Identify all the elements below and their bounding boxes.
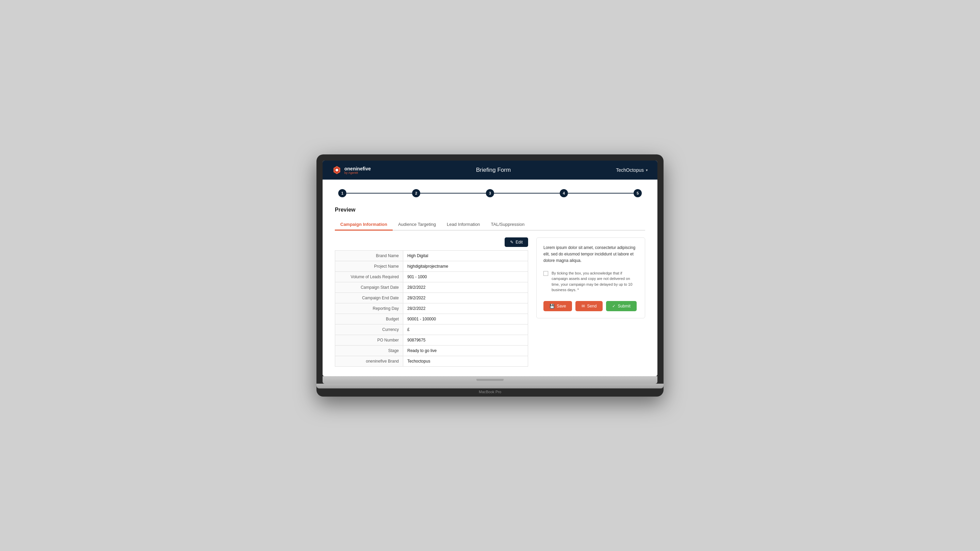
main-content: 1 2 3 4 5 Preview Campaign Information A… (323, 179, 657, 376)
edit-icon: ✎ (510, 240, 514, 245)
page-title: Briefing Form (476, 167, 511, 173)
laptop-frame: oneninefive by Agent8 Briefing Form Tech… (317, 154, 663, 397)
row-label-5: Reporting Day (335, 303, 403, 314)
row-label-1: Project Name (335, 261, 403, 272)
table-row: oneninefive Brand Techoctopus (335, 356, 528, 367)
submit-button[interactable]: ✓ Submit (606, 301, 636, 311)
content-columns: ✎ Edit Brand Name High Digital Project N… (335, 237, 645, 367)
user-menu[interactable]: TechOctopus ▾ (616, 167, 648, 173)
row-value-5: 28/2/2022 (403, 303, 528, 314)
laptop-screen: oneninefive by Agent8 Briefing Form Tech… (323, 160, 657, 376)
table-row: Currency £ (335, 324, 528, 335)
send-label: Send (587, 304, 597, 308)
step-5[interactable]: 5 (633, 189, 642, 197)
row-label-8: PO Number (335, 335, 403, 346)
row-label-10: oneninefive Brand (335, 356, 403, 367)
edit-label: Edit (515, 240, 523, 245)
campaign-info-table: Brand Name High Digital Project Name hig… (335, 250, 528, 367)
right-panel: Lorem ipsum dolor sit amet, consectetur … (536, 237, 645, 318)
table-row: Campaign End Date 28/2/2022 (335, 293, 528, 303)
edit-button[interactable]: ✎ Edit (504, 237, 528, 247)
row-label-4: Campaign End Date (335, 293, 403, 303)
row-label-9: Stage (335, 346, 403, 356)
progress-bar: 1 2 3 4 5 (335, 189, 645, 197)
macbook-label: MacBook Pro (323, 388, 657, 397)
table-row: Volume of Leads Required 901 - 1000 (335, 272, 528, 282)
tab-bar: Campaign Information Audience Targeting … (335, 219, 645, 230)
table-row: Project Name highdigitalprojectname (335, 261, 528, 272)
logo-icon (332, 165, 342, 175)
table-row: Reporting Day 28/2/2022 (335, 303, 528, 314)
row-value-2: 901 - 1000 (403, 272, 528, 282)
row-value-9: Ready to go live (403, 346, 528, 356)
table-row: Campaign Start Date 28/2/2022 (335, 282, 528, 293)
edit-btn-row: ✎ Edit (335, 237, 528, 247)
row-label-7: Currency (335, 324, 403, 335)
row-value-10: Techoctopus (403, 356, 528, 367)
step-3[interactable]: 3 (486, 189, 494, 197)
save-button[interactable]: 💾 Save (543, 301, 572, 311)
row-value-3: 28/2/2022 (403, 282, 528, 293)
navbar: oneninefive by Agent8 Briefing Form Tech… (323, 160, 657, 179)
preview-label: Preview (335, 207, 645, 213)
row-value-4: 28/2/2022 (403, 293, 528, 303)
row-label-0: Brand Name (335, 251, 403, 261)
row-value-6: 90001 - 100000 (403, 314, 528, 324)
left-column: ✎ Edit Brand Name High Digital Project N… (335, 237, 528, 367)
submit-label: Submit (617, 304, 630, 308)
row-label-6: Budget (335, 314, 403, 324)
table-row: Brand Name High Digital (335, 251, 528, 261)
row-value-0: High Digital (403, 251, 528, 261)
action-buttons: 💾 Save ✉ Send ✓ Submit (543, 301, 638, 311)
laptop-bottom-bar (317, 384, 663, 388)
logo-text-block: oneninefive by Agent8 (344, 166, 371, 175)
send-button[interactable]: ✉ Send (576, 301, 603, 311)
step-4[interactable]: 4 (560, 189, 568, 197)
tab-campaign-information[interactable]: Campaign Information (335, 219, 393, 230)
acknowledgement-row: By ticking the box, you acknowledge that… (543, 270, 638, 293)
row-label-3: Campaign Start Date (335, 282, 403, 293)
row-value-7: £ (403, 324, 528, 335)
user-name: TechOctopus (616, 167, 644, 173)
tab-tal-suppression[interactable]: TAL/Suppression (485, 219, 530, 230)
chevron-down-icon: ▾ (646, 168, 648, 172)
table-row: Budget 90001 - 100000 (335, 314, 528, 324)
acknowledgement-text: By ticking the box, you acknowledge that… (552, 270, 638, 293)
row-label-2: Volume of Leads Required (335, 272, 403, 282)
logo-area: oneninefive by Agent8 (332, 165, 371, 175)
laptop-base (323, 376, 657, 384)
step-2[interactable]: 2 (412, 189, 420, 197)
table-row: Stage Ready to go live (335, 346, 528, 356)
send-icon: ✉ (582, 304, 585, 308)
row-value-8: 90879675 (403, 335, 528, 346)
save-icon: 💾 (550, 304, 555, 308)
step-1[interactable]: 1 (338, 189, 347, 197)
save-label: Save (557, 304, 566, 308)
laptop-notch (476, 379, 504, 381)
lorem-text: Lorem ipsum dolor sit amet, consectetur … (543, 245, 638, 264)
tab-lead-information[interactable]: Lead Information (441, 219, 485, 230)
acknowledgement-checkbox[interactable] (543, 271, 548, 276)
row-value-1: highdigitalprojectname (403, 261, 528, 272)
tab-audience-targeting[interactable]: Audience Targeting (393, 219, 441, 230)
table-row: PO Number 90879675 (335, 335, 528, 346)
logo-sub: by Agent8 (344, 171, 371, 175)
check-icon: ✓ (612, 304, 616, 308)
svg-point-2 (336, 169, 338, 171)
progress-steps: 1 2 3 4 5 (338, 189, 642, 197)
logo-name: oneninefive (344, 166, 371, 171)
